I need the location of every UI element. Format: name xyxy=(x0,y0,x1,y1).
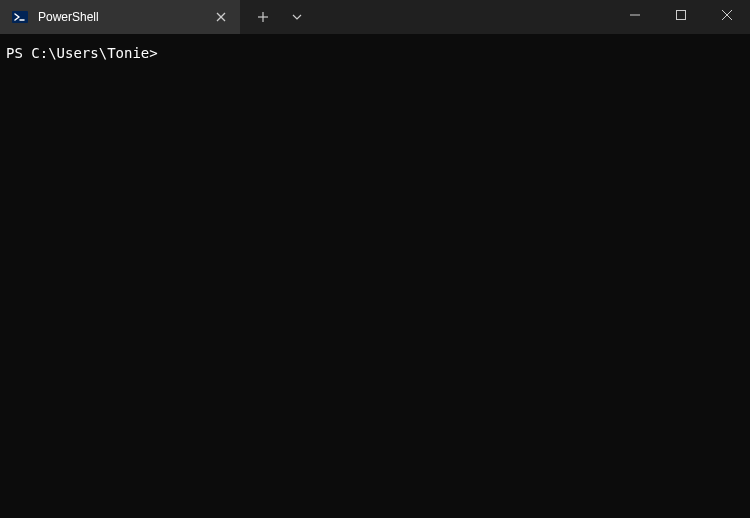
close-icon xyxy=(216,12,226,22)
maximize-button[interactable] xyxy=(658,0,704,30)
tab-close-button[interactable] xyxy=(212,8,230,26)
tab-powershell[interactable]: PowerShell xyxy=(0,0,240,34)
window-controls xyxy=(612,0,750,34)
plus-icon xyxy=(257,11,269,23)
chevron-down-icon xyxy=(291,11,303,23)
close-icon xyxy=(722,10,732,20)
titlebar: PowerShell xyxy=(0,0,750,34)
minimize-button[interactable] xyxy=(612,0,658,30)
svg-rect-7 xyxy=(677,11,686,20)
prompt-text: PS C:\Users\Tonie> xyxy=(6,45,158,61)
tab-area: PowerShell xyxy=(0,0,314,34)
minimize-icon xyxy=(630,10,640,20)
close-window-button[interactable] xyxy=(704,0,750,30)
tab-title: PowerShell xyxy=(38,10,212,24)
powershell-icon xyxy=(12,9,28,25)
svg-rect-0 xyxy=(12,11,28,23)
tab-controls xyxy=(240,0,314,34)
terminal-body[interactable]: PS C:\Users\Tonie> xyxy=(0,34,750,72)
new-tab-button[interactable] xyxy=(246,0,280,34)
tab-dropdown-button[interactable] xyxy=(280,0,314,34)
maximize-icon xyxy=(676,10,686,20)
